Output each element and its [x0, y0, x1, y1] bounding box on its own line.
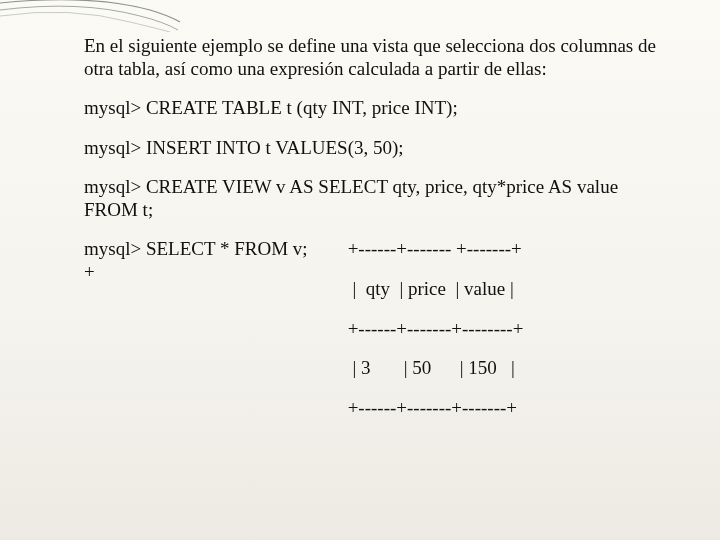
sql-insert: mysql> INSERT INTO t VALUES(3, 50);: [84, 136, 662, 159]
content-area: En el siguiente ejemplo se define una vi…: [84, 34, 662, 420]
slide: En el siguiente ejemplo se define una vi…: [0, 0, 720, 540]
sql-select-block: mysql> SELECT * FROM v; +: [84, 237, 308, 283]
sql-select: mysql> SELECT * FROM v;: [84, 237, 308, 260]
intro-text: En el siguiente ejemplo se define una vi…: [84, 35, 656, 79]
table-sep-mid: +------+-------+--------+: [348, 317, 662, 341]
table-header: | qty | price | value |: [348, 277, 662, 301]
table-sep-bot: +------+-------+-------+: [348, 396, 662, 420]
intro-paragraph: En el siguiente ejemplo se define una vi…: [84, 34, 662, 80]
sql-create-view: mysql> CREATE VIEW v AS SELECT qty, pric…: [84, 175, 662, 221]
corner-decoration: [0, 0, 180, 32]
select-and-output-row: mysql> SELECT * FROM v; + +------+------…: [84, 237, 662, 420]
table-row: | 3 | 50 | 150 |: [348, 356, 662, 380]
sql-create-table: mysql> CREATE TABLE t (qty INT, price IN…: [84, 96, 662, 119]
sql-plus: +: [84, 260, 308, 283]
ascii-table-output: +------+------- +-------+ | qty | price …: [348, 237, 662, 420]
table-sep-top: +------+------- +-------+: [348, 237, 662, 261]
